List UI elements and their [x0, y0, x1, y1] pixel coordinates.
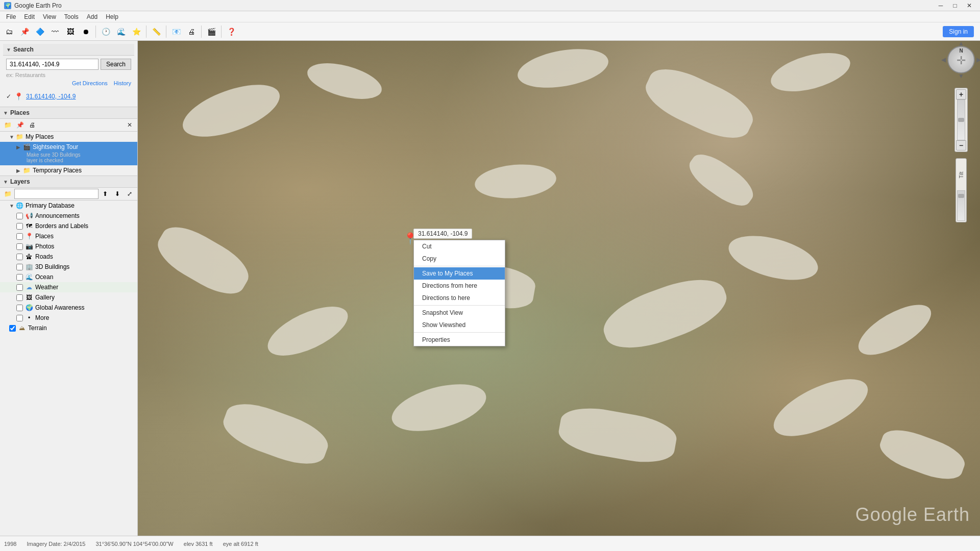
context-menu-cut[interactable]: Cut: [414, 240, 505, 253]
menu-view[interactable]: View: [39, 11, 60, 22]
pan-right-btn[interactable]: ▶: [976, 56, 980, 63]
layer-terrain[interactable]: ⛰ Terrain: [0, 323, 137, 333]
compass-rose[interactable]: N ✛: [947, 46, 975, 73]
layer-3d-buildings[interactable]: 🏢 3D Buildings: [0, 262, 137, 272]
context-menu-save[interactable]: Save to My Places: [414, 267, 505, 280]
context-menu-directions-from[interactable]: Directions from here: [414, 280, 505, 292]
minimize-button[interactable]: ─: [934, 1, 947, 11]
layer-roads[interactable]: 🛣 Roads: [0, 252, 137, 262]
search-header[interactable]: ▼ Search: [3, 44, 134, 56]
context-menu-copy[interactable]: Copy: [414, 253, 505, 265]
places-header[interactable]: ▼ Places: [0, 107, 137, 119]
tree-my-places[interactable]: ▼ 📁 My Places: [0, 132, 137, 142]
menu-help[interactable]: Help: [102, 11, 122, 22]
context-menu-viewshed[interactable]: Show Viewshed: [414, 319, 505, 331]
search-result[interactable]: ✓ 📍 31.614140, -104.9: [3, 89, 134, 104]
buildings-checkbox[interactable]: [16, 264, 23, 270]
places-new-placemark[interactable]: 📌: [14, 120, 26, 130]
ocean-checkbox[interactable]: [16, 274, 23, 281]
layers-up-btn[interactable]: ⬆: [100, 189, 111, 199]
places-close[interactable]: ✕: [124, 120, 135, 130]
toolbar-sep-5: [221, 26, 222, 38]
places-layer-checkbox[interactable]: [16, 233, 23, 240]
tree-temporary-places[interactable]: ▶ 📁 Temporary Places: [0, 165, 137, 176]
global-checkbox[interactable]: [16, 305, 23, 311]
pan-up-btn[interactable]: ▲: [958, 41, 964, 47]
places-new-folder[interactable]: 📁: [2, 120, 13, 130]
map-area[interactable]: 📍 31.614140, -104.9 Cut Copy Save to My …: [138, 41, 980, 536]
context-menu-directions-to[interactable]: Directions to here: [414, 292, 505, 304]
search-input[interactable]: [6, 59, 99, 70]
tilt-handle[interactable]: [958, 194, 964, 198]
context-menu-snapshot[interactable]: Snapshot View: [414, 307, 505, 319]
zoom-out-button[interactable]: −: [956, 140, 966, 151]
app-title: Google Earth Pro: [14, 2, 62, 9]
layers-header[interactable]: ▼ Layers: [0, 176, 137, 188]
eye-text: eye alt 6912 ft: [223, 541, 258, 547]
result-coord-link[interactable]: 31.614140, -104.9: [26, 93, 76, 100]
zoom-handle[interactable]: [958, 118, 964, 122]
toolbar-btn-3[interactable]: 🔷: [33, 24, 47, 39]
toolbar-btn-10[interactable]: 📏: [149, 24, 163, 39]
roads-checkbox[interactable]: [16, 254, 23, 260]
toolbar-btn-2[interactable]: 📌: [17, 24, 32, 39]
toolbar-btn-6[interactable]: ⏺: [79, 24, 93, 39]
layer-weather[interactable]: ☁ Weather: [0, 282, 137, 292]
layer-gallery[interactable]: 🖼 Gallery: [0, 292, 137, 303]
layer-photos[interactable]: 📷 Photos: [0, 241, 137, 252]
layers-down-btn[interactable]: ⬇: [112, 189, 123, 199]
context-menu: Cut Copy Save to My Places Directions fr…: [413, 240, 505, 346]
toolbar-btn-13[interactable]: 🎬: [204, 24, 218, 39]
close-button[interactable]: ✕: [963, 1, 976, 11]
layer-more[interactable]: • More: [0, 313, 137, 323]
tilt-track[interactable]: [957, 190, 965, 221]
weather-checkbox[interactable]: [16, 284, 23, 291]
toolbar-btn-14[interactable]: ❓: [224, 24, 238, 39]
zoom-track[interactable]: [957, 99, 965, 140]
get-directions-link[interactable]: Get Directions: [72, 80, 108, 86]
places-print[interactable]: 🖨: [27, 120, 38, 130]
layers-folder-btn[interactable]: 📁: [2, 189, 13, 199]
layer-places[interactable]: 📍 Places: [0, 231, 137, 241]
result-pin-icon: 📍: [14, 92, 23, 101]
sign-in-button[interactable]: Sign in: [943, 26, 974, 37]
context-menu-properties[interactable]: Properties: [414, 334, 505, 346]
pan-left-btn[interactable]: ◀: [941, 56, 946, 63]
layer-global-awareness[interactable]: 🌍 Global Awareness: [0, 303, 137, 313]
gallery-checkbox[interactable]: [16, 294, 23, 301]
pan-down-btn[interactable]: ▼: [958, 72, 964, 80]
toolbar-btn-5[interactable]: 🖼: [63, 24, 78, 39]
menu-edit[interactable]: Edit: [20, 11, 39, 22]
menu-add[interactable]: Add: [83, 11, 102, 22]
layer-borders[interactable]: 🗺 Borders and Labels: [0, 221, 137, 231]
layers-expand-btn[interactable]: ⤢: [124, 189, 135, 199]
maximize-button[interactable]: □: [948, 1, 962, 11]
terrain-checkbox[interactable]: [9, 325, 16, 332]
borders-checkbox[interactable]: [16, 223, 23, 230]
layer-announcements[interactable]: 📢 Announcements: [0, 211, 137, 221]
elev-text: elev 3631 ft: [184, 541, 213, 547]
search-button[interactable]: Search: [101, 59, 131, 70]
tree-sightseeing-tour[interactable]: ▶ 🎬 Sightseeing Tour: [0, 142, 137, 152]
history-link[interactable]: History: [114, 80, 131, 86]
toolbar-btn-12[interactable]: 🖨: [184, 24, 199, 39]
photos-checkbox[interactable]: [16, 243, 23, 250]
menu-file[interactable]: File: [2, 11, 20, 22]
menu-tools[interactable]: Tools: [60, 11, 83, 22]
more-checkbox[interactable]: [16, 315, 23, 321]
ocean-icon: 🌊: [25, 273, 33, 281]
layer-ocean[interactable]: 🌊 Ocean: [0, 272, 137, 282]
map-pin[interactable]: 📍: [403, 232, 413, 242]
announcements-checkbox[interactable]: [16, 213, 23, 219]
toolbar-btn-4[interactable]: 〰: [48, 24, 62, 39]
search-title: Search: [13, 46, 34, 53]
toolbar-btn-9[interactable]: ⭐: [129, 24, 143, 39]
layers-search-input[interactable]: [14, 189, 99, 199]
toolbar-btn-11[interactable]: 📧: [169, 24, 183, 39]
imagery-date-text: Imagery Date: 2/4/2015: [27, 541, 85, 547]
toolbar-btn-1[interactable]: 🗂: [2, 24, 16, 39]
toolbar-btn-8[interactable]: 🌊: [114, 24, 128, 39]
zoom-in-button[interactable]: +: [956, 89, 966, 99]
tree-primary-db[interactable]: ▼ 🌐 Primary Database: [0, 201, 137, 211]
toolbar-btn-7[interactable]: 🕐: [99, 24, 113, 39]
